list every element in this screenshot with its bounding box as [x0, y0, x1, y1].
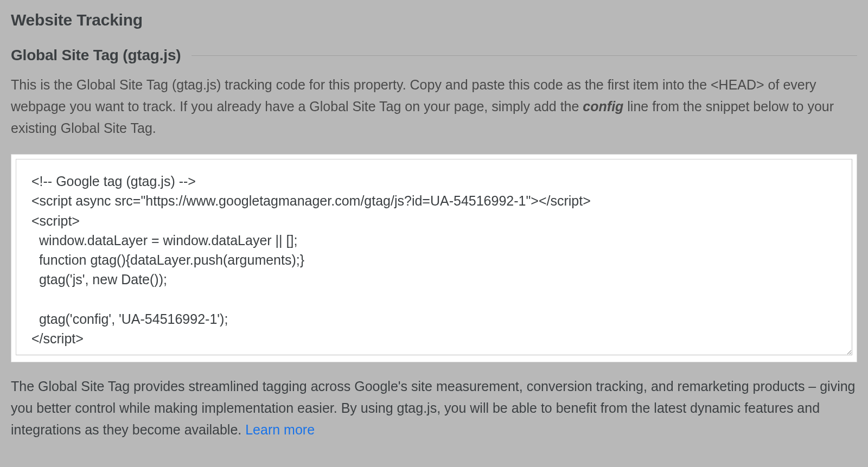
description-emphasis: config — [583, 99, 623, 114]
footer-text: The Global Site Tag provides streamlined… — [11, 375, 857, 440]
divider — [192, 55, 857, 56]
subsection-title: Global Site Tag (gtag.js) — [11, 47, 181, 64]
subsection-header: Global Site Tag (gtag.js) — [11, 47, 857, 64]
footer-body: The Global Site Tag provides streamlined… — [11, 379, 856, 437]
tracking-code-textarea[interactable] — [16, 159, 852, 355]
learn-more-link[interactable]: Learn more — [245, 422, 315, 437]
description-text: This is the Global Site Tag (gtag.js) tr… — [11, 74, 857, 139]
code-snippet-container — [11, 154, 857, 362]
section-title: Website Tracking — [11, 11, 857, 29]
